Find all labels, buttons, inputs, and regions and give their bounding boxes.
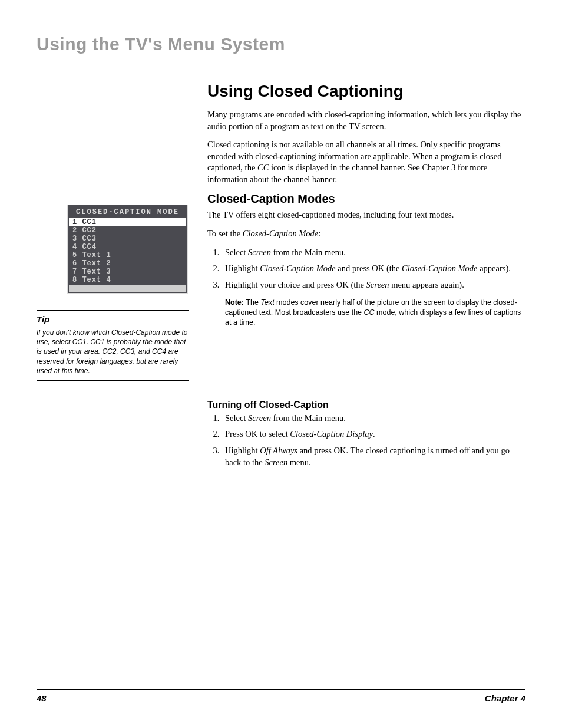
tip-text: If you don't know which Closed-Caption m… [37, 328, 189, 375]
menu-item-text3: 7 Text 3 [69, 268, 186, 276]
menu-item-text4: 8 Text 4 [69, 276, 186, 284]
off-step-3: Highlight Off Always and press OK. The c… [222, 445, 525, 468]
intro-paragraph-2: Closed captioning is not available on al… [207, 139, 525, 185]
tip-block: Tip If you don't know which Closed-Capti… [37, 310, 189, 381]
menu-item-text1: 5 Text 1 [69, 251, 186, 259]
page-number: 48 [37, 693, 47, 703]
off-steps: Select Screen from the Main menu. Press … [207, 413, 525, 468]
subsection-heading-off: Turning off Closed-Caption [207, 400, 525, 410]
menu-item-cc1: 1 CC1 [69, 218, 186, 226]
menu-item-cc4: 4 CC4 [69, 243, 186, 251]
off-step-2: Press OK to select Closed-Caption Displa… [222, 429, 525, 440]
subsection-heading-modes: Closed-Caption Modes [207, 192, 525, 206]
modes-step-2: Highlight Closed-Caption Mode and press … [222, 263, 525, 275]
chapter-label: Chapter 4 [485, 693, 525, 703]
modes-step-1: Select Screen from the Main menu. [222, 247, 525, 259]
menu-item-cc2: 2 CC2 [69, 226, 186, 235]
intro-paragraph-1: Many programs are encoded with closed-ca… [207, 109, 525, 132]
off-step-1: Select Screen from the Main menu. [222, 413, 525, 424]
menu-footer-bar [69, 285, 186, 292]
section-heading: Using Closed Captioning [207, 82, 525, 101]
modes-note: Note: The Text modes cover nearly half o… [225, 298, 525, 328]
modes-paragraph-1: The TV offers eight closed-captioned mod… [207, 209, 525, 221]
modes-paragraph-2: To set the Closed-Caption Mode: [207, 228, 525, 240]
menu-item-text2: 6 Text 2 [69, 259, 186, 268]
tip-label: Tip [37, 314, 189, 324]
modes-step-3: Highlight your choice and press OK (the … [222, 279, 525, 291]
closed-caption-mode-menu: CLOSED-CAPTION MODE 1 CC1 2 CC2 3 CC3 4 … [67, 205, 188, 294]
menu-item-cc3: 3 CC3 [69, 235, 186, 243]
menu-title: CLOSED-CAPTION MODE [69, 206, 186, 218]
turning-off-block: Turning off Closed-Caption Select Screen… [207, 400, 525, 468]
closed-caption-modes-block: Closed-Caption Modes The TV offers eight… [207, 192, 525, 327]
page-footer: 48 Chapter 4 [37, 689, 525, 703]
modes-steps: Select Screen from the Main menu. Highli… [207, 247, 525, 291]
chapter-header: Using the TV's Menu System [37, 34, 525, 58]
